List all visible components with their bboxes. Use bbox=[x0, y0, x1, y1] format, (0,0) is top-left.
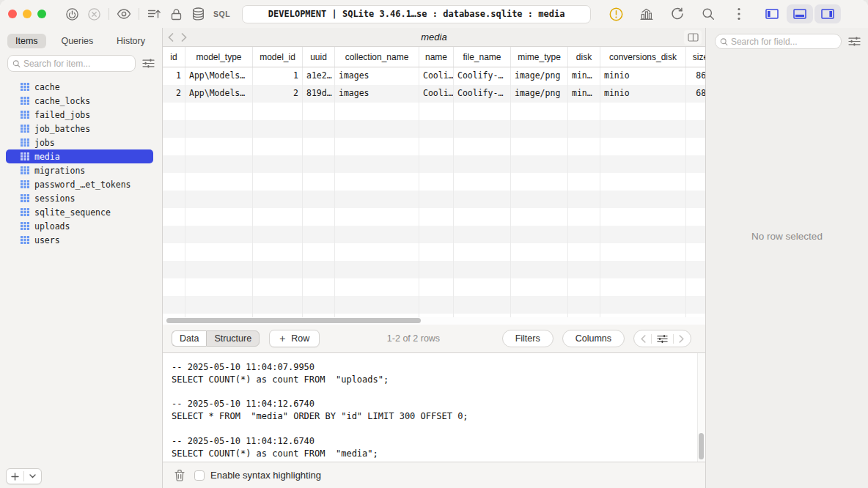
refresh-icon[interactable] bbox=[662, 4, 693, 23]
syntax-highlighting-checkbox[interactable] bbox=[194, 470, 205, 481]
database-icon[interactable] bbox=[187, 4, 209, 23]
add-item-button[interactable] bbox=[7, 469, 23, 484]
tab-data[interactable]: Data bbox=[172, 330, 206, 347]
column-header-file_name[interactable]: file_name bbox=[454, 47, 511, 67]
tab-queries[interactable]: Queries bbox=[53, 34, 101, 48]
add-row-button[interactable]: + Row bbox=[269, 330, 320, 347]
grid-header: idmodel_typemodel_iduuidcollection_namen… bbox=[163, 47, 705, 67]
field-search-input[interactable] bbox=[731, 37, 836, 47]
sql-log-panel[interactable]: -- 2025-05-10 11:04:07.9950 SELECT COUNT… bbox=[163, 352, 705, 462]
table-cell[interactable]: 2 bbox=[253, 85, 303, 103]
vertical-scrollbar-thumb[interactable] bbox=[699, 433, 704, 459]
table-cell[interactable]: image/png bbox=[511, 67, 568, 85]
sidebar-item-jobs[interactable]: jobs bbox=[6, 136, 153, 149]
table-cell bbox=[335, 261, 419, 278]
sidebar-item-job_batches[interactable]: job_batches bbox=[6, 122, 153, 136]
preview-eye-icon[interactable] bbox=[113, 4, 135, 23]
close-window-button[interactable] bbox=[8, 10, 17, 18]
table-cell[interactable]: minio bbox=[600, 85, 686, 103]
table-cell[interactable]: a1e2… bbox=[303, 67, 335, 85]
tab-items[interactable]: Items bbox=[7, 34, 46, 48]
sidebar-item-migrations[interactable]: migrations bbox=[6, 163, 153, 177]
column-header-id[interactable]: id bbox=[163, 47, 185, 67]
commit-log-icon[interactable] bbox=[143, 4, 165, 23]
sidebar-search-box[interactable] bbox=[7, 55, 136, 72]
next-page-icon[interactable] bbox=[679, 335, 684, 343]
filters-button[interactable]: Filters bbox=[502, 330, 553, 347]
table-cell[interactable]: images bbox=[335, 85, 419, 103]
sidebar-item-sqlite_sequence[interactable]: sqlite_sequence bbox=[6, 205, 153, 219]
prev-page-icon[interactable] bbox=[641, 335, 646, 343]
sidebar-item-failed_jobs[interactable]: failed_jobs bbox=[6, 108, 153, 122]
active-tab-title[interactable]: media bbox=[421, 32, 446, 42]
tab-history[interactable]: History bbox=[108, 34, 153, 48]
table-cell bbox=[568, 296, 600, 314]
column-header-mime_type[interactable]: mime_type bbox=[511, 47, 568, 67]
lock-icon[interactable] bbox=[165, 4, 187, 23]
column-header-conversions_disk[interactable]: conversions_disk bbox=[600, 47, 686, 67]
table-cell[interactable]: App\Models… bbox=[185, 85, 253, 103]
table-cell[interactable]: minio bbox=[600, 67, 686, 85]
sidebar-item-users[interactable]: users bbox=[6, 233, 153, 247]
disconnect-icon[interactable] bbox=[83, 4, 105, 23]
warning-icon[interactable] bbox=[600, 4, 631, 23]
sidebar-item-media[interactable]: media bbox=[6, 149, 153, 163]
sidebar-item-sessions[interactable]: sessions bbox=[6, 191, 153, 205]
sidebar-search-input[interactable] bbox=[23, 59, 130, 69]
table-cell[interactable]: 869 bbox=[686, 67, 705, 85]
table-row[interactable]: 1App\Models…1a1e2…imagesCooli…Coolify-…i… bbox=[163, 67, 705, 85]
sidebar: Items Queries History bbox=[0, 28, 163, 488]
table-cell[interactable]: images bbox=[335, 67, 419, 85]
table-cell[interactable]: min… bbox=[568, 67, 600, 85]
search-icon[interactable] bbox=[693, 4, 724, 23]
column-header-size[interactable]: size bbox=[686, 47, 705, 67]
tab-structure[interactable]: Structure bbox=[206, 330, 260, 347]
sidebar-item-cache_locks[interactable]: cache_locks bbox=[6, 94, 153, 108]
sidebar-item-password_…et_tokens[interactable]: password_…et_tokens bbox=[6, 177, 153, 191]
sidebar-item-uploads[interactable]: uploads bbox=[6, 219, 153, 233]
column-header-name[interactable]: name bbox=[419, 47, 454, 67]
table-cell[interactable]: 1 bbox=[163, 67, 185, 85]
columns-button[interactable]: Columns bbox=[562, 330, 625, 347]
column-header-disk[interactable]: disk bbox=[568, 47, 600, 67]
field-filter-icon[interactable] bbox=[848, 37, 861, 46]
minimize-window-button[interactable] bbox=[23, 10, 32, 18]
toggle-left-panel-button[interactable] bbox=[759, 4, 785, 23]
table-cell[interactable]: Coolify-… bbox=[454, 85, 511, 103]
column-header-model_type[interactable]: model_type bbox=[185, 47, 253, 67]
sql-badge[interactable]: SQL bbox=[213, 10, 230, 18]
sidebar-item-cache[interactable]: cache bbox=[6, 80, 153, 94]
back-icon[interactable] bbox=[168, 33, 174, 42]
horizontal-scrollbar-thumb[interactable] bbox=[166, 318, 421, 323]
stats-chart-icon[interactable] bbox=[631, 4, 662, 23]
table-cell[interactable]: Cooli… bbox=[419, 67, 454, 85]
table-cell bbox=[511, 173, 568, 191]
connection-icon[interactable] bbox=[61, 4, 83, 23]
column-header-collection_name[interactable]: collection_name bbox=[335, 47, 419, 67]
toggle-right-panel-button[interactable] bbox=[814, 4, 841, 23]
table-cell[interactable]: Cooli… bbox=[419, 85, 454, 103]
sidebar-filter-icon[interactable] bbox=[142, 59, 155, 68]
table-cell[interactable]: Coolify-… bbox=[454, 67, 511, 85]
limit-settings-icon[interactable] bbox=[657, 334, 668, 344]
table-cell bbox=[686, 226, 705, 243]
table-cell[interactable]: min… bbox=[568, 85, 600, 103]
table-cell[interactable]: 819d… bbox=[303, 85, 335, 103]
more-options-icon[interactable] bbox=[724, 4, 754, 23]
split-view-icon[interactable] bbox=[684, 30, 702, 45]
forward-icon[interactable] bbox=[181, 33, 187, 42]
table-cell bbox=[253, 278, 303, 296]
table-cell[interactable]: image/png bbox=[511, 85, 568, 103]
toggle-bottom-panel-button[interactable] bbox=[787, 4, 813, 23]
zoom-window-button[interactable] bbox=[37, 10, 46, 18]
table-cell[interactable]: 683 bbox=[686, 85, 705, 103]
column-header-uuid[interactable]: uuid bbox=[303, 47, 335, 67]
table-row[interactable]: 2App\Models…2819d…imagesCooli…Coolify-…i… bbox=[163, 85, 705, 103]
table-cell[interactable]: App\Models… bbox=[185, 67, 253, 85]
table-cell[interactable]: 2 bbox=[163, 85, 185, 103]
column-header-model_id[interactable]: model_id bbox=[253, 47, 303, 67]
field-search-box[interactable] bbox=[715, 34, 842, 49]
table-cell[interactable]: 1 bbox=[253, 67, 303, 85]
clear-log-trash-icon[interactable] bbox=[174, 470, 185, 481]
add-item-menu-button[interactable] bbox=[24, 469, 41, 484]
